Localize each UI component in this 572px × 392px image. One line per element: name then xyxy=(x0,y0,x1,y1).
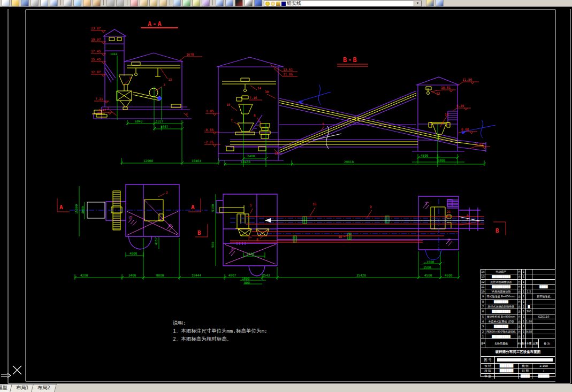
lock-icon[interactable] xyxy=(276,2,280,6)
preview-icon[interactable] xyxy=(40,0,48,6)
bom-cell xyxy=(532,324,555,328)
bom-cell: 1 xyxy=(522,280,526,284)
bom-cell: 台 xyxy=(517,324,522,328)
aa-dim-text: 10464 xyxy=(192,159,201,163)
bb-dim-text: 29010 xyxy=(344,160,354,164)
sun-icon[interactable] xyxy=(271,2,275,6)
plan-leader-number: 10 xyxy=(338,235,342,239)
undo-icon[interactable] xyxy=(106,0,115,6)
layer-states-icon[interactable] xyxy=(225,0,233,6)
signature-row: 审 定█████████ xyxy=(481,374,555,379)
plan-leader-number: 2 xyxy=(166,190,168,194)
make-layer-current-icon[interactable] xyxy=(426,0,434,6)
layer-previous-icon[interactable] xyxy=(436,0,444,6)
aa-leader-number: 2 xyxy=(107,106,109,110)
aa-dim-text: 6843 xyxy=(135,119,143,123)
bom-cell: 1 xyxy=(522,309,526,313)
white-drawing-lines xyxy=(87,126,484,222)
area-icon[interactable] xyxy=(202,0,210,6)
redo-icon[interactable] xyxy=(116,0,124,6)
bb-leader-number: 8 xyxy=(254,113,256,117)
help-icon[interactable] xyxy=(254,0,262,6)
copy-icon[interactable] xyxy=(73,0,81,6)
plan-dim-text: 4200 xyxy=(80,273,88,277)
bom-cell: 1 xyxy=(522,319,526,324)
text-style-icon[interactable] xyxy=(245,0,253,6)
zoom-window-icon[interactable] xyxy=(149,0,157,6)
bom-cell: 台 xyxy=(517,285,522,289)
cad-application-window: 细实线 ▼ xyxy=(0,0,572,392)
linetype-icon[interactable] xyxy=(235,0,243,6)
bom-cell: 台 xyxy=(517,299,522,304)
section-title-aa: A-A xyxy=(148,20,163,28)
plan-leader-number: 21 xyxy=(447,210,451,213)
bb-leader-number: 13 xyxy=(436,91,440,95)
new-icon[interactable] xyxy=(2,0,10,6)
plan-section-marker: A xyxy=(59,204,63,211)
cut-icon[interactable] xyxy=(64,0,72,6)
chevron-down-icon[interactable]: ▼ xyxy=(414,1,422,6)
bom-cell: 1 xyxy=(522,299,526,304)
bb-leader-number: 5 xyxy=(322,122,324,126)
plan-dim-text: 8000 xyxy=(156,273,164,277)
layer-combo-value[interactable]: 细实线 xyxy=(287,0,414,7)
plan-dim-text: 4807 xyxy=(228,273,237,277)
3d-orbit-icon[interactable] xyxy=(182,0,190,6)
bom-cell: 11 xyxy=(481,285,485,289)
title-block: 14电动葫芦台113█████████台112悬挂式电磁除铁器台111█████… xyxy=(481,269,555,377)
bom-cell: 振动给料机 B=900mm xyxy=(485,314,517,319)
bom-row: 5振动给料机 B=900mm台1GZG110 xyxy=(481,314,555,319)
separator xyxy=(212,0,213,5)
match-properties-icon[interactable] xyxy=(93,0,101,6)
plot-icon[interactable] xyxy=(30,0,39,6)
bom-cell: █ xyxy=(526,304,532,309)
bom-cell xyxy=(532,274,555,279)
paste-icon[interactable] xyxy=(83,0,91,6)
aa-green-label: 1044 xyxy=(110,52,118,56)
separator xyxy=(170,0,170,5)
named-views-icon[interactable] xyxy=(173,0,181,6)
save-icon[interactable] xyxy=(21,0,29,6)
zoom-realtime-icon[interactable] xyxy=(140,0,148,6)
bom-cell xyxy=(532,289,555,294)
bom-cell: 1 xyxy=(522,324,526,328)
bb-elevation-text: -0.85 xyxy=(204,128,213,132)
bom-cell: 1 xyxy=(481,334,485,339)
bom-cell: 1 xyxy=(522,289,526,294)
plan-dim-text: 5100 xyxy=(247,252,255,256)
plan-dim-text: 1800 xyxy=(242,276,250,280)
bb-elevation-text: -2.76 xyxy=(204,140,213,144)
bb-dim-text: 4500 xyxy=(421,153,429,157)
layer-combo[interactable]: 细实线 ▼ xyxy=(264,1,422,6)
plan-section-marker: B xyxy=(197,229,201,236)
bom-row: 8███████台1 xyxy=(481,299,555,304)
toolbar-icons-right xyxy=(426,0,444,6)
bom-header-cell: 单位 xyxy=(517,339,522,348)
bom-header-cell: 单重 xyxy=(526,339,532,348)
plan-dim-text: 4500 xyxy=(445,273,453,277)
bom-cell: YA系列圆振动筛 xyxy=(485,289,517,294)
plan-leader-number: 8 xyxy=(256,237,258,241)
layers-icon[interactable] xyxy=(216,0,224,6)
layout-tab-布局2[interactable]: 布局2 xyxy=(31,384,56,392)
bom-cell: 9 xyxy=(481,294,485,298)
distance-icon[interactable] xyxy=(192,0,200,6)
aa-leader-number: 1 xyxy=(129,76,131,80)
spell-icon[interactable] xyxy=(50,0,58,6)
bb-leader-number: 30 xyxy=(265,90,269,94)
zoom-previous-icon[interactable] xyxy=(159,0,167,6)
aa-leader-number: 13 xyxy=(168,78,172,81)
bom-row: 6█████████台1200 xyxy=(481,309,555,314)
bom-cell: 1.5 xyxy=(526,289,532,294)
bb-elevation-text: 10.81 xyxy=(441,86,451,89)
plan-leader-number: 16 xyxy=(312,202,317,206)
bom-cell xyxy=(532,334,555,339)
section-bb-structure xyxy=(217,57,486,160)
red-annotation-lines xyxy=(57,28,506,242)
open-icon[interactable] xyxy=(11,0,19,6)
bom-cell: █████████ xyxy=(485,274,517,279)
bulb-icon[interactable] xyxy=(265,2,270,6)
pan-icon[interactable] xyxy=(130,0,138,6)
bom-cell xyxy=(532,270,555,274)
bom-row: 4单梁桥式起重机 LD型台11.98 xyxy=(481,319,555,324)
